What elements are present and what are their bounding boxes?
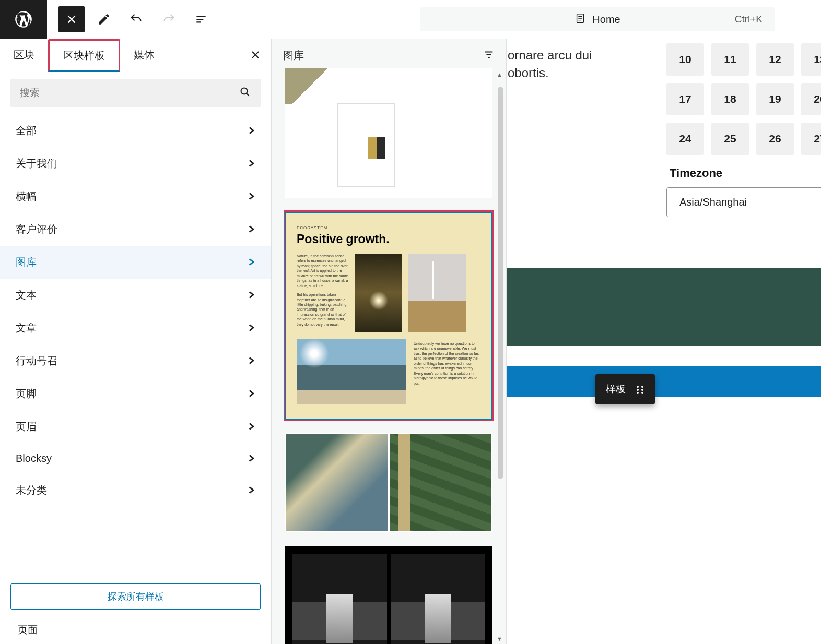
chevron-right-icon — [248, 289, 255, 301]
document-title: Home — [592, 14, 620, 26]
pattern-text-col: Nature, in the common sense, refers to e… — [297, 254, 349, 332]
timezone-select[interactable]: Asia/Shanghai — [666, 187, 821, 217]
search-input[interactable] — [20, 87, 239, 99]
timezone-label: Timezone — [670, 166, 821, 180]
cat-uncategorized[interactable]: 未分类 — [0, 474, 271, 507]
decorative-image — [286, 434, 388, 531]
pattern-body-text: But his operations taken together are so… — [297, 292, 349, 327]
pattern-preview-3[interactable] — [285, 433, 492, 532]
cat-label: 横幅 — [16, 189, 37, 204]
pattern-body-text: Nature, in the common sense, refers to e… — [297, 254, 349, 288]
explore-all-patterns-button[interactable]: 探索所有样板 — [10, 583, 261, 610]
redo-button[interactable] — [156, 6, 182, 32]
pattern-preview-1[interactable] — [285, 68, 492, 198]
search-icon[interactable] — [239, 86, 251, 101]
pattern-category-list: 全部 关于我们 横幅 客户评价 图库 文本 文章 行动号召 页脚 页眉 Bloc… — [0, 114, 271, 577]
drag-handle-icon[interactable] — [635, 385, 644, 394]
calendar-day[interactable]: 12 — [756, 43, 794, 76]
cat-banner[interactable]: 横幅 — [0, 180, 271, 213]
chevron-right-icon — [248, 452, 255, 464]
close-tabs-icon[interactable] — [249, 49, 262, 63]
command-k-shortcut: Ctrl+K — [735, 14, 763, 25]
chevron-right-icon — [248, 322, 255, 334]
undo-button[interactable] — [123, 6, 149, 32]
document-title-bar[interactable]: Home Ctrl+K — [420, 7, 775, 31]
document-overview-button[interactable] — [188, 6, 214, 32]
tab-media[interactable]: 媒体 — [120, 39, 168, 71]
search-input-wrapper — [10, 79, 261, 107]
cat-label: 页眉 — [16, 420, 37, 434]
chevron-right-icon — [248, 421, 255, 433]
calendar-day[interactable]: 11 — [711, 43, 749, 76]
cat-label: 文章 — [16, 321, 37, 335]
calendar-widget: 10 11 12 13 17 18 19 20 24 25 26 27 Time… — [666, 43, 821, 217]
cat-label: 文本 — [16, 288, 37, 302]
calendar-day[interactable]: 10 — [666, 43, 704, 76]
decorative-image — [390, 434, 492, 531]
decorative-image — [292, 554, 387, 644]
chevron-right-icon — [248, 158, 255, 170]
filter-icon[interactable] — [483, 49, 495, 63]
chevron-right-icon — [248, 388, 255, 400]
pattern-tag: ECOSYSTEM — [297, 225, 481, 230]
chevron-right-icon — [248, 223, 255, 235]
cat-label: 行动号召 — [16, 354, 57, 368]
decorative-image — [285, 68, 335, 104]
pattern-body-text: Undoubtedly we have no questions to ask … — [414, 339, 481, 404]
panel-title: 图库 — [283, 49, 304, 63]
inserter-tabs: 区块 区块样板 媒体 — [0, 39, 271, 71]
cat-gallery[interactable]: 图库 — [0, 246, 271, 279]
inserter-sidebar: 区块 区块样板 媒体 全部 关于我们 横幅 客户评价 图库 文本 文章 行动号召 — [0, 39, 272, 644]
cat-blocksy[interactable]: Blocksy — [0, 443, 271, 474]
body-text: obortis. — [508, 66, 549, 80]
pattern-preview-panel: 图库 ▲ ▼ ECOSYSTEM Positive growth. Nature… — [272, 39, 507, 644]
calendar-day[interactable]: 20 — [801, 83, 821, 115]
body-text: ornare arcu dui — [508, 48, 592, 62]
calendar-day[interactable]: 27 — [801, 123, 821, 155]
tab-blocks[interactable]: 区块 — [0, 39, 48, 71]
cat-label: 全部 — [16, 124, 37, 138]
chevron-right-icon — [248, 484, 255, 496]
canvas-paragraph: ornare arcu dui obortis. — [508, 46, 592, 81]
cat-label: 客户评价 — [16, 222, 57, 236]
wordpress-logo[interactable] — [0, 0, 47, 39]
pattern-image-beach — [297, 339, 406, 404]
cat-header[interactable]: 页眉 — [0, 410, 271, 443]
editor-canvas[interactable]: ornare arcu dui obortis. 10 11 12 13 17 … — [507, 39, 821, 644]
cat-label: Blocksy — [16, 452, 52, 464]
pattern-image-windmill — [408, 254, 466, 332]
cat-cta[interactable]: 行动号召 — [0, 344, 271, 377]
popover-label: 样板 — [606, 383, 626, 396]
cat-about[interactable]: 关于我们 — [0, 147, 271, 180]
close-inserter-button[interactable] — [58, 6, 85, 32]
cat-label: 未分类 — [16, 483, 47, 497]
edit-tool-button[interactable] — [91, 6, 117, 32]
chevron-right-icon — [248, 355, 255, 367]
page-icon — [574, 13, 586, 26]
calendar-day[interactable]: 17 — [666, 83, 704, 115]
cat-all[interactable]: 全部 — [0, 114, 271, 147]
block-toolbar-popover[interactable]: 样板 — [595, 374, 655, 404]
pattern-preview-4[interactable] — [285, 546, 492, 644]
tab-patterns[interactable]: 区块样板 — [48, 39, 120, 72]
cat-label: 图库 — [16, 255, 37, 269]
cat-footer[interactable]: 页脚 — [0, 377, 271, 410]
cat-label: 页脚 — [16, 387, 37, 401]
decorative-image — [391, 554, 486, 644]
calendar-day[interactable]: 26 — [756, 123, 794, 155]
canvas-blue-section — [507, 366, 821, 397]
calendar-day[interactable]: 19 — [756, 83, 794, 115]
pattern-preview-positive-growth[interactable]: ECOSYSTEM Positive growth. Nature, in th… — [285, 212, 492, 420]
calendar-day[interactable]: 25 — [711, 123, 749, 155]
decorative-image — [337, 103, 395, 187]
cat-label: 关于我们 — [16, 157, 57, 171]
cat-testimonial[interactable]: 客户评价 — [0, 213, 271, 246]
cat-posts[interactable]: 文章 — [0, 312, 271, 344]
pattern-heading: Positive growth. — [297, 232, 481, 246]
cat-text[interactable]: 文本 — [0, 279, 271, 312]
calendar-day[interactable]: 18 — [711, 83, 749, 115]
calendar-day[interactable]: 13 — [801, 43, 821, 76]
pattern-image-forest — [355, 254, 402, 332]
calendar-day[interactable]: 24 — [666, 123, 704, 155]
chevron-right-icon — [248, 190, 255, 202]
